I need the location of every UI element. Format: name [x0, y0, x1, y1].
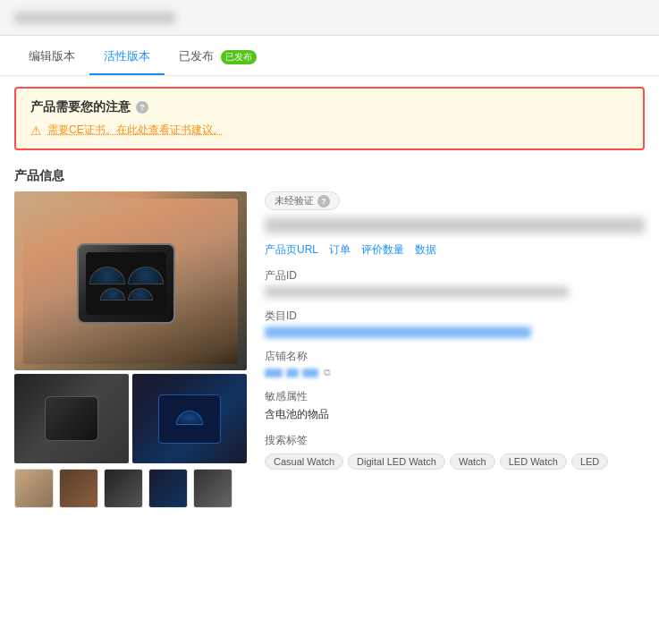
thumbnail-2[interactable] [59, 469, 98, 508]
thumbnail-row [14, 469, 247, 508]
link-orders[interactable]: 订单 [329, 242, 351, 258]
category-id-row: 类目ID [265, 309, 645, 338]
tab-edit[interactable]: 编辑版本 [14, 39, 89, 75]
product-links: 产品页URL 订单 评价数量 数据 [265, 242, 645, 258]
sub-image-right [132, 374, 247, 463]
tab-active[interactable]: 活性版本 [89, 39, 165, 75]
alert-help-icon[interactable]: ? [136, 101, 148, 114]
tag-2[interactable]: Watch [450, 453, 495, 470]
product-info: 未经验证 ? 产品页URL 订单 评价数量 数据 产品ID 类目ID 店铺名称 [265, 191, 645, 508]
sub-image-left [14, 374, 129, 463]
link-product-page[interactable]: 产品页URL [265, 242, 318, 258]
tags-container: Casual Watch Digital LED Watch Watch LED… [265, 453, 645, 470]
tab-published[interactable]: 已发布 已发布 [165, 39, 271, 75]
tab-published-badge: 已发布 [221, 50, 257, 64]
store-name-value: ⧉ [265, 367, 645, 378]
search-tags-row: 搜索标签 Casual Watch Digital LED Watch Watc… [265, 433, 645, 470]
tag-3[interactable]: LED Watch [500, 453, 567, 470]
sensitive-attr-label: 敏感属性 [265, 389, 645, 404]
category-id-label: 类目ID [265, 309, 645, 324]
product-images [14, 191, 247, 508]
tag-1[interactable]: Digital LED Watch [348, 453, 445, 470]
tag-4[interactable]: LED [571, 453, 608, 470]
main-product-image [14, 191, 247, 370]
copy-store-icon[interactable]: ⧉ [324, 367, 331, 378]
product-layout: 未经验证 ? 产品页URL 订单 评价数量 数据 产品ID 类目ID 店铺名称 [0, 191, 659, 508]
top-bar [0, 0, 659, 36]
watch-wrist-image [23, 199, 238, 364]
sensitive-attr-value: 含电池的物品 [265, 407, 645, 422]
link-reviews[interactable]: 评价数量 [361, 242, 404, 258]
thumbnail-4[interactable] [148, 469, 188, 508]
sensitive-attr-row: 敏感属性 含电池的物品 [265, 389, 645, 422]
thumbnail-1[interactable] [14, 469, 54, 508]
section-title: 产品信息 [0, 161, 659, 191]
warning-icon: ⚠ [30, 123, 42, 138]
link-data[interactable]: 数据 [415, 242, 436, 258]
store-name-label: 店铺名称 [265, 349, 645, 364]
search-tags-label: 搜索标签 [265, 433, 645, 448]
alert-box: 产品需要您的注意 ? ⚠ 需要CE证书。在此处查看证书建议。 [14, 87, 645, 150]
alert-title: 产品需要您的注意 ? [30, 99, 629, 115]
status-help-icon[interactable]: ? [317, 195, 330, 208]
category-id-value [265, 326, 531, 338]
alert-item: ⚠ 需要CE证书。在此处查看证书建议。 [30, 123, 629, 138]
sub-images [14, 374, 247, 463]
product-title-blurred [265, 217, 645, 233]
product-id-value [265, 286, 569, 298]
tag-0[interactable]: Casual Watch [265, 453, 343, 470]
product-id-label: 产品ID [265, 268, 645, 284]
tabs-container: 编辑版本 活性版本 已发布 已发布 [0, 39, 659, 76]
store-dots [265, 369, 318, 377]
store-name-row: 店铺名称 ⧉ [265, 349, 645, 378]
status-badge: 未经验证 ? [265, 191, 340, 210]
top-bar-title [14, 12, 175, 24]
thumbnail-5[interactable] [193, 469, 232, 508]
thumbnail-3[interactable] [104, 469, 143, 508]
product-id-row: 产品ID [265, 268, 645, 298]
